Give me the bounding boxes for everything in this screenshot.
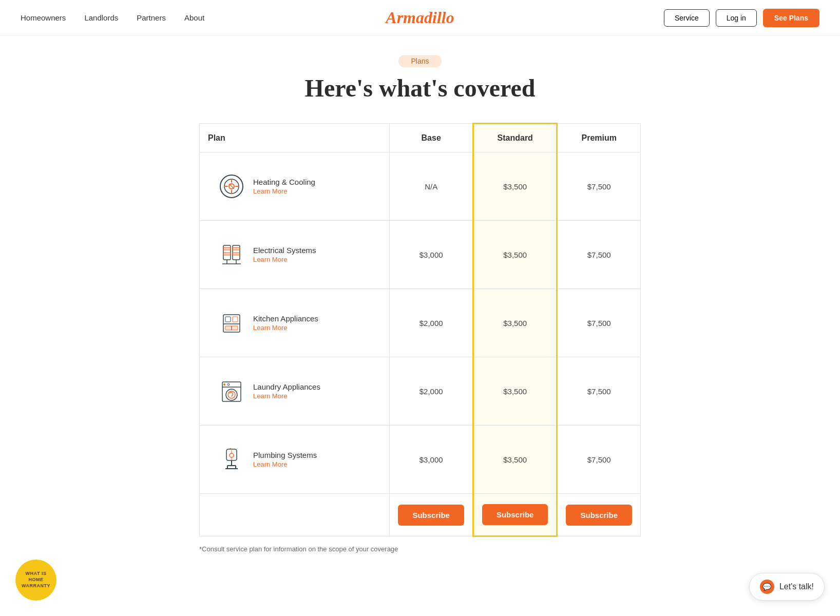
plan-name-electrical: Electrical Systems [253,246,316,255]
cell-plan-plumbing: Plumbing Systems Learn More [200,426,390,494]
learn-more-electrical[interactable]: Learn More [253,256,316,263]
electrical-icon [218,241,245,268]
cell-standard-plumbing: $3,500 [473,426,557,494]
cell-plan-kitchen: Kitchen Appliances Learn More [200,289,390,357]
nav-actions: Service Log in See Plans [664,9,819,27]
learn-more-heating[interactable]: Learn More [253,187,315,195]
svg-rect-8 [233,247,240,250]
cell-premium-plumbing: $7,500 [557,426,641,494]
subscribe-premium-cell: Subscribe [557,494,641,536]
logo[interactable]: Armadillo [386,8,454,27]
cell-premium-electrical: $7,500 [557,221,641,289]
cell-standard-heating: $3,500 [473,152,557,221]
warranty-badge[interactable]: WHAT ISHOMEWARRANTY [15,560,56,573]
cell-standard-electrical: $3,500 [473,221,557,289]
badge-text: WHAT ISHOMEWARRANTY [22,571,50,573]
navbar: Homeowners Landlords Partners About Arma… [0,0,840,36]
svg-point-21 [227,383,230,386]
nav-homeowners[interactable]: Homeowners [21,13,66,22]
heating-icon [218,173,245,200]
cell-standard-kitchen: $3,500 [473,289,557,357]
subscribe-standard-button[interactable]: Subscribe [482,504,548,525]
learn-more-kitchen[interactable]: Learn More [253,324,318,332]
cell-premium-heating: $7,500 [557,152,641,221]
svg-rect-9 [233,253,240,255]
plan-name-kitchen: Kitchen Appliances [253,314,318,323]
col-premium: Premium [557,124,641,152]
col-standard: Standard [473,124,557,152]
see-plans-button[interactable]: See Plans [763,9,819,27]
cell-plan-heating: Heating & Cooling Learn More [200,152,390,221]
cell-premium-kitchen: $7,500 [557,289,641,357]
table-row: Kitchen Appliances Learn More $2,000 $3,… [200,289,641,357]
cell-standard-laundry: $3,500 [473,357,557,426]
subscribe-standard-cell: Subscribe [473,494,557,536]
cell-base-laundry: $2,000 [390,357,473,426]
cell-plan-electrical: Electrical Systems Learn More [200,221,390,289]
cell-base-electrical: $3,000 [390,221,473,289]
plan-name-heating: Heating & Cooling [253,178,315,186]
subscribe-empty [200,494,390,536]
laundry-icon [218,378,245,405]
cell-base-plumbing: $3,000 [390,426,473,494]
learn-more-laundry[interactable]: Learn More [253,392,320,400]
table-row: Electrical Systems Learn More $3,000 $3,… [200,221,641,289]
subscribe-row: Subscribe Subscribe Subscribe [200,494,641,536]
col-plan: Plan [200,124,390,152]
login-button[interactable]: Log in [716,9,757,27]
svg-rect-15 [233,317,238,322]
page-title: Here's what's covered [199,74,641,102]
svg-point-24 [230,453,234,457]
nav-landlords[interactable]: Landlords [84,13,118,22]
cell-base-kitchen: $2,000 [390,289,473,357]
plumbing-icon [218,446,245,473]
service-button[interactable]: Service [664,9,710,27]
main-content: Plans Here's what's covered Plan Base St… [189,36,651,573]
table-header: Plan Base Standard Premium [200,124,641,152]
subscribe-premium-button[interactable]: Subscribe [566,505,632,526]
plan-name-plumbing: Plumbing Systems [253,451,317,459]
coverage-table: Plan Base Standard Premium Heating & Coo… [199,123,641,537]
nav-about[interactable]: About [184,13,204,22]
cell-premium-laundry: $7,500 [557,357,641,426]
kitchen-icon [218,310,245,336]
learn-more-plumbing[interactable]: Learn More [253,460,317,468]
svg-rect-5 [223,253,231,255]
col-base: Base [390,124,473,152]
subscribe-base-button[interactable]: Subscribe [398,505,464,526]
subscribe-base-cell: Subscribe [390,494,473,536]
cell-plan-laundry: Laundry Appliances Learn More [200,357,390,426]
svg-rect-14 [225,317,231,322]
plans-badge: Plans [199,56,641,66]
nav-partners[interactable]: Partners [137,13,166,22]
table-row: Laundry Appliances Learn More $2,000 $3,… [200,357,641,426]
table-row: Heating & Cooling Learn More N/A $3,500 … [200,152,641,221]
svg-point-20 [223,383,225,386]
nav-links: Homeowners Landlords Partners About [21,13,204,22]
plan-name-laundry: Laundry Appliances [253,382,320,391]
cell-base-heating: N/A [390,152,473,221]
disclaimer: *Consult service plan for information on… [199,545,641,553]
chat-bubble[interactable]: 💬 Let's talk! [749,573,825,573]
table-row: Plumbing Systems Learn More $3,000 $3,50… [200,426,641,494]
svg-rect-4 [223,247,231,250]
